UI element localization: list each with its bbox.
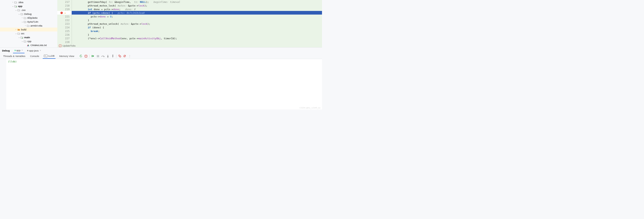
step-over-icon[interactable]	[101, 55, 104, 58]
module-folder-icon	[14, 5, 17, 8]
tree-item-cmake[interactable]: CMakeLists.txt	[0, 43, 57, 47]
code-area[interactable]: 217 218 219 → 221 222 223 224 225 226 22…	[57, 0, 322, 44]
svg-point-9	[120, 56, 121, 57]
close-icon[interactable]: ×	[21, 49, 23, 51]
chevron-right-icon: ›	[11, 1, 14, 3]
gutter-line-breakpoint[interactable]: →	[57, 11, 72, 15]
gutter-line[interactable]: 227	[57, 36, 72, 40]
gutter-line[interactable]: 221	[57, 15, 72, 18]
stop-icon[interactable]	[84, 55, 88, 58]
gutter[interactable]: 217 218 219 → 221 222 223 224 225 226 22…	[57, 0, 72, 44]
lldb-console[interactable]: (lldb)	[6, 59, 322, 109]
inlay-hint: done: 0	[125, 8, 135, 11]
gutter-line[interactable]: 225	[57, 29, 72, 33]
tree-item-cpp[interactable]: ⌄ cpp	[0, 39, 57, 43]
subtab-lldb[interactable]: >_LLDB	[43, 53, 55, 59]
code-line[interactable]	[72, 40, 322, 44]
file-tree[interactable]: › .idea ⌄ app ⌄ .cxx ⌄ Debug › 6f2p3e6x …	[0, 0, 57, 47]
tree-item-cxx[interactable]: ⌄ .cxx	[0, 8, 57, 12]
inlay-hint: beginTime: timeval	[153, 1, 180, 3]
subtab-threads[interactable]: Threads & Variables	[2, 53, 26, 59]
folder-icon	[14, 1, 17, 4]
gutter-line[interactable]: 222	[57, 18, 72, 22]
tab-label: app	[16, 49, 21, 52]
breadcrumb[interactable]: f UpdateTicks	[57, 44, 322, 47]
folder-icon	[17, 9, 20, 11]
tree-item-hash1[interactable]: › 6f2p3e6x	[0, 16, 57, 20]
breakpoint-icon[interactable]	[60, 12, 63, 14]
close-icon[interactable]: ×	[40, 49, 41, 52]
tree-label: src	[21, 32, 24, 35]
subtab-memory[interactable]: Memory View	[58, 53, 75, 59]
chevron-down-icon: ⌄	[15, 32, 17, 35]
subtab-console[interactable]: Console	[29, 53, 40, 59]
debug-tab-app[interactable]: ◗ app ×	[13, 48, 24, 53]
step-out-icon[interactable]	[111, 55, 114, 58]
folder-icon	[20, 13, 23, 15]
gutter-line[interactable]: 226	[57, 33, 72, 36]
step-into-icon[interactable]	[106, 55, 109, 58]
top-pane: › .idea ⌄ app ⌄ .cxx ⌄ Debug › 6f2p3e6x …	[0, 0, 322, 47]
tree-label: Debug	[24, 12, 32, 15]
tree-item-debug[interactable]: ⌄ Debug	[0, 12, 57, 16]
tree-label: .idea	[18, 1, 23, 4]
divider	[89, 55, 90, 58]
code-lines[interactable]: gettimeofday( tv: &beginTime, tz: NULL);…	[72, 0, 322, 44]
tree-item-build[interactable]: › build	[0, 28, 57, 31]
svg-rect-2	[85, 55, 87, 57]
code-line[interactable]: int done = pctx->done; done: 0	[72, 7, 322, 11]
rerun-icon[interactable]	[79, 55, 83, 58]
chevron-down-icon: ⌄	[18, 13, 20, 15]
code-line[interactable]: }	[72, 33, 322, 36]
code-line[interactable]: gettimeofday( tv: &beginTime, tz: NULL);…	[72, 0, 322, 4]
android-icon: ◗	[15, 49, 16, 51]
tree-label: 6y4a714n	[27, 20, 38, 23]
folder-icon	[27, 24, 30, 27]
divider	[116, 55, 116, 58]
tree-item-arch[interactable]: › arm64-v8a	[0, 24, 57, 28]
terminal-icon: >_	[44, 55, 47, 57]
svg-point-0	[16, 6, 17, 7]
lldb-prompt: (lldb)	[8, 60, 17, 63]
svg-rect-4	[97, 55, 98, 57]
gutter-line[interactable]: 217	[57, 0, 72, 4]
chevron-right-icon: ›	[15, 28, 17, 31]
gutter-line[interactable]: 223	[57, 22, 72, 25]
tree-label: arm64-v8a	[30, 24, 42, 27]
debug-tab-app-java[interactable]: app-java ×	[26, 48, 43, 53]
tab-label: app-java	[29, 49, 39, 52]
debug-title: Debug	[2, 49, 10, 52]
svg-rect-3	[92, 55, 92, 57]
resume-icon[interactable]	[91, 55, 95, 58]
execution-pointer-icon: →	[64, 11, 66, 14]
code-line[interactable]: pthread_mutex_unlock( mutex: &pctx->lock…	[72, 22, 322, 25]
code-line[interactable]: pthread_mutex_lock( mutex: &pctx->lock);	[72, 4, 322, 7]
tree-item-hash2[interactable]: ⌄ 6y4a714n	[0, 20, 57, 24]
function-icon: f	[59, 44, 61, 47]
tree-item-app[interactable]: ⌄ app	[0, 4, 57, 8]
svg-rect-5	[98, 55, 99, 57]
code-line[interactable]: break;	[72, 29, 322, 33]
module-folder-icon	[20, 36, 23, 39]
tree-item-src[interactable]: ⌄ src	[0, 31, 57, 35]
chevron-right-icon: ›	[21, 17, 23, 19]
tree-item-main[interactable]: ⌄ main	[0, 35, 57, 39]
excluded-folder-icon	[17, 28, 20, 31]
code-line[interactable]: (*env)->CallVoidMethod(env, pctx->mainAc…	[72, 36, 322, 40]
gutter-line[interactable]: 224	[57, 25, 72, 29]
gutter-line[interactable]: 228	[57, 40, 72, 44]
more-icon[interactable]: ⋮	[128, 55, 131, 58]
view-breakpoints-icon[interactable]	[118, 55, 121, 58]
svg-rect-7	[112, 55, 113, 55]
gutter-line[interactable]: 219	[57, 7, 72, 11]
gutter-line[interactable]: 218	[57, 4, 72, 7]
code-line-current[interactable]: if (pctx->done) { pctx: 0x7c242b3ea8	[71, 11, 322, 15]
tree-item-idea[interactable]: › .idea	[0, 0, 57, 4]
code-line[interactable]: if (done) {	[72, 25, 322, 29]
chevron-down-icon: ⌄	[15, 9, 17, 11]
code-line[interactable]: pctx->done = 0;	[72, 15, 322, 18]
code-line[interactable]: }	[72, 18, 322, 22]
editor[interactable]: 217 218 219 → 221 222 223 224 225 226 22…	[57, 0, 322, 47]
pause-icon[interactable]	[96, 55, 100, 58]
mute-breakpoints-icon[interactable]	[123, 55, 126, 58]
